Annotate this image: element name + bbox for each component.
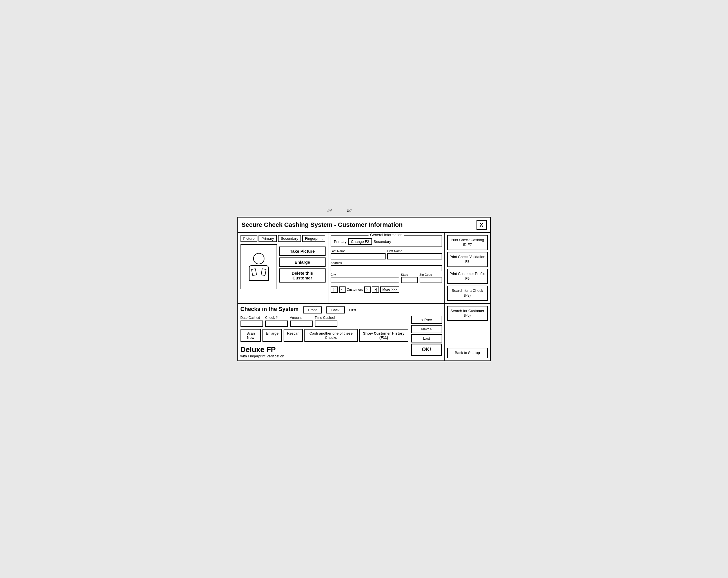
zip-field: Zip Code (420, 273, 442, 283)
scan-new-button[interactable]: Scan New (240, 329, 261, 342)
check-num-label: Check # (265, 316, 288, 320)
time-cashed-col: Time Cashed (315, 316, 337, 327)
print-check-cashing-button[interactable]: Print Check Cashing ID F7 (447, 235, 488, 250)
amount-label: Amount (290, 316, 313, 320)
first-name-field: First Name (387, 249, 442, 259)
check-nav-next-button[interactable]: Next > (411, 325, 442, 333)
window-title: Secure Check Cashing System - Customer I… (242, 221, 403, 228)
take-picture-button[interactable]: Take Picture (279, 247, 326, 256)
state-input[interactable] (401, 277, 418, 283)
nav-last-button[interactable]: >| (372, 286, 379, 293)
top-section: Picture Primary Secondary Fingerprint Ta… (238, 233, 490, 303)
zip-label: Zip Code (420, 273, 442, 276)
checks-panel: Checks in the System Front Back First Da… (238, 304, 445, 360)
label-54: 54 (328, 208, 332, 213)
right-panel-top: Print Check Cashing ID F7 Print Check Va… (445, 233, 490, 303)
last-name-input[interactable] (331, 253, 386, 259)
brand-title: Deluxe FP (240, 345, 408, 354)
checks-content-row: Date Cashed Check # Amount (240, 316, 442, 358)
checks-nav: < Prev Next > Last OK! (411, 316, 442, 358)
first-name-input[interactable] (387, 253, 442, 259)
enlarge-check-button[interactable]: Enlarge (262, 329, 282, 342)
branding: Deluxe FP with Fingerprint Verification (240, 344, 408, 358)
check-nav-prev-button[interactable]: < Prev (411, 316, 442, 324)
print-profile-button[interactable]: Print Customer Profile F9 (447, 269, 488, 284)
change-f2-button[interactable]: Change F2 (348, 238, 372, 245)
nav-prev-button[interactable]: < (339, 286, 345, 293)
enlarge-photo-button[interactable]: Enlarge (279, 257, 326, 267)
left-panel: Picture Primary Secondary Fingerprint Ta… (238, 233, 328, 303)
tab-secondary[interactable]: Secondary (278, 235, 301, 242)
address-field: Address (331, 261, 442, 271)
middle-panel: General Information Primary Change F2 Se… (328, 233, 445, 303)
delete-customer-button[interactable]: Delete this Customer (279, 269, 326, 282)
person-body (249, 265, 269, 281)
tab-picture[interactable]: Picture (240, 235, 257, 242)
ok-button[interactable]: OK! (411, 343, 442, 356)
nav-more-button[interactable]: More >>> (380, 286, 399, 293)
tab-fingerprint[interactable]: Fingerprint (302, 235, 325, 242)
amount-input[interactable] (290, 321, 313, 327)
nav-next-button[interactable]: > (364, 286, 371, 293)
search-check-button[interactable]: Search for a Check (F3) (447, 285, 488, 301)
customer-form: Last Name First Name Address (331, 249, 442, 293)
address-label: Address (331, 261, 442, 265)
person-head (253, 253, 264, 264)
amount-col: Amount (290, 316, 313, 327)
last-name-field: Last Name (331, 249, 386, 259)
nav-first-button[interactable]: |< (331, 286, 338, 293)
check-nav-last-button[interactable]: Last (411, 334, 442, 342)
brand-subtitle: with Fingerprint Verification (240, 354, 408, 358)
city-input[interactable] (331, 277, 399, 283)
checks-data: Date Cashed Check # Amount (240, 316, 408, 358)
state-field: State (401, 273, 418, 283)
bottom-section: Checks in the System Front Back First Da… (238, 304, 490, 360)
primary-info-tab: Primary (334, 240, 347, 244)
date-cashed-label: Date Cashed (240, 316, 263, 320)
show-history-button[interactable]: Show Customer History (F11) (359, 329, 408, 342)
main-window: Secure Check Cashing System - Customer I… (237, 217, 491, 361)
time-cashed-label: Time Cashed (315, 316, 337, 320)
general-info-label: General Information (368, 233, 404, 237)
address-input[interactable] (331, 265, 442, 271)
nav-row: |< < Customers > >| More >>> (331, 286, 442, 293)
data-columns: Date Cashed Check # Amount (240, 316, 408, 327)
secondary-info-tab: Secondary (374, 240, 391, 244)
nav-first-label: First (349, 308, 356, 312)
customers-label: Customers (347, 287, 363, 292)
time-cashed-input[interactable] (315, 321, 337, 327)
city-field: City (331, 273, 399, 283)
city-state-zip-row: City State Zip Code (331, 273, 442, 283)
city-label: City (331, 273, 399, 276)
search-customer-button[interactable]: Search for Customer (F5) (447, 306, 488, 321)
back-to-startup-button[interactable]: Back to Startup (447, 348, 488, 358)
close-button[interactable]: X (476, 220, 487, 230)
person-avatar (249, 253, 269, 281)
state-label: State (401, 273, 418, 276)
photo-buttons: Take Picture Enlarge Delete this Custome… (279, 244, 326, 289)
date-cashed-input[interactable] (240, 321, 263, 327)
print-validation-button[interactable]: Print Check Validation F8 (447, 252, 488, 267)
photo-box (240, 244, 277, 289)
info-tabs: Primary Change F2 Secondary (334, 238, 439, 245)
check-num-input[interactable] (265, 321, 288, 327)
check-num-col: Check # (265, 316, 288, 327)
name-row: Last Name First Name (331, 249, 442, 259)
tab-bar: Picture Primary Secondary Fingerprint (240, 235, 326, 242)
tab-primary[interactable]: Primary (259, 235, 277, 242)
spacer (447, 321, 488, 348)
photo-area: Take Picture Enlarge Delete this Custome… (240, 244, 326, 289)
title-bar: Secure Check Cashing System - Customer I… (238, 218, 490, 233)
tab-front[interactable]: Front (303, 306, 321, 313)
checks-title: Checks in the System (240, 306, 299, 312)
general-info-box: General Information Primary Change F2 Se… (331, 235, 442, 247)
first-name-label: First Name (387, 249, 442, 253)
rescan-button[interactable]: Rescan (284, 329, 303, 342)
zip-input[interactable] (420, 277, 442, 283)
cash-another-button[interactable]: Cash another one of these Checks (305, 329, 358, 342)
bottom-buttons: Scan New Enlarge Rescan Cash another one… (240, 329, 408, 342)
date-cashed-col: Date Cashed (240, 316, 263, 327)
label-56: 56 (347, 208, 352, 213)
tab-back[interactable]: Back (327, 306, 345, 313)
right-bottom-panel: Search for Customer (F5) Back to Startup (445, 304, 490, 360)
